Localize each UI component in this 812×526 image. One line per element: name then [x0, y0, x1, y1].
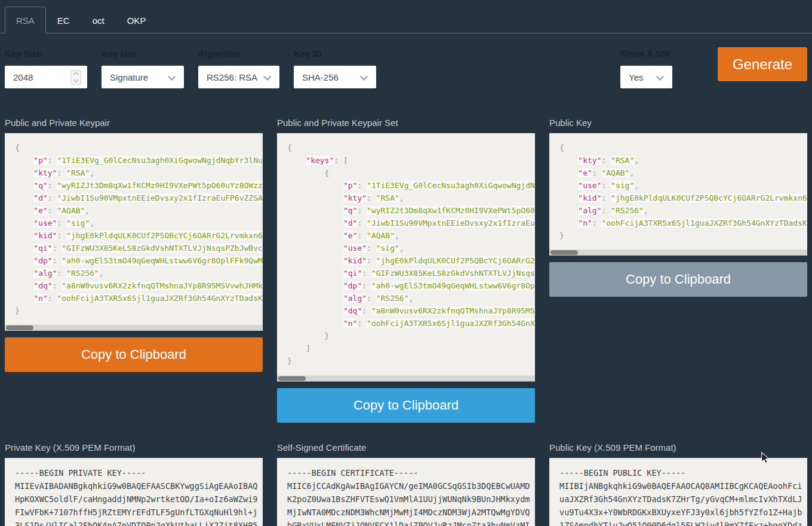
chevron-down-icon — [360, 73, 368, 81]
public-key-title: Public Key — [549, 118, 807, 128]
keypair-json-panel: { "p": "1TiE3EVg_G0lCecNsu3agh0XiGqwowNg… — [5, 133, 263, 331]
public-key-column: Public Key { "kty": "RSA", "e": "AQAB", … — [549, 118, 807, 423]
keypair-set-column: Public and Private Keypair Set { "keys":… — [277, 118, 535, 423]
keypair-json-code: { "p": "1TiE3EVg_G0lCecNsu3agh0XiGqwowNg… — [5, 133, 263, 317]
tab-ec[interactable]: EC — [46, 7, 81, 33]
copy-keypair-button[interactable]: Copy to Clipboard — [5, 337, 263, 372]
keypair-column: Public and Private Keypair { "p": "1TiE3… — [5, 118, 263, 423]
show-x509-field: Show X.509 Yes — [620, 48, 672, 88]
certificate-panel: -----BEGIN CERTIFICATE----- MIIC6jCCAdKg… — [277, 458, 535, 526]
tab-oct[interactable]: oct — [81, 7, 116, 33]
key-use-label: Key Use — [102, 48, 184, 59]
key-id-label: Key ID — [294, 48, 376, 59]
public-key-json-code: { "kty": "RSA", "e": "AQAB", "use": "sig… — [549, 133, 807, 242]
show-x509-label: Show X.509 — [620, 48, 672, 59]
certificate-title: Self-Signed Certificate — [277, 442, 535, 453]
keypair-set-json-code: { "keys": [ { "p": "1TiE3EVg_G0lCecNsu3a… — [277, 133, 535, 367]
horizontal-scrollbar[interactable] — [549, 250, 807, 256]
keypair-set-json-panel: { "keys": [ { "p": "1TiE3EVg_G0lCecNsu3a… — [277, 133, 535, 382]
tab-rsa[interactable]: RSA — [5, 7, 46, 33]
copy-public-key-button[interactable]: Copy to Clipboard — [549, 262, 807, 297]
private-pem-text: -----BEGIN PRIVATE KEY----- MIIEvAIBADAN… — [5, 458, 263, 526]
scrollbar-thumb[interactable] — [6, 325, 33, 330]
algorithm-label: Algorithm — [198, 48, 279, 59]
key-use-value: Signature — [110, 72, 148, 82]
key-size-field: Key Size — [5, 48, 87, 88]
chevron-down-icon — [656, 73, 664, 81]
show-x509-select[interactable]: Yes — [620, 66, 672, 88]
key-use-select[interactable]: Signature — [102, 66, 184, 88]
key-use-field: Key Use Signature — [102, 48, 184, 88]
jwk-results-row: Public and Private Keypair { "p": "1TiE3… — [0, 118, 812, 423]
horizontal-scrollbar[interactable] — [277, 376, 535, 382]
chevron-down-icon — [168, 73, 176, 81]
chevron-down-icon — [263, 73, 271, 81]
pem-results-row: Private Key (X.509 PEM Format) -----BEGI… — [0, 442, 812, 526]
generate-button[interactable]: Generate — [718, 47, 807, 81]
public-pem-title: Public Key (X.509 PEM Format) — [549, 442, 807, 453]
public-pem-column: Public Key (X.509 PEM Format) -----BEGIN… — [549, 442, 807, 526]
horizontal-scrollbar[interactable] — [5, 325, 263, 331]
public-key-json-panel: { "kty": "RSA", "e": "AQAB", "use": "sig… — [549, 133, 807, 256]
key-id-field: Key ID SHA-256 — [294, 48, 376, 88]
algorithm-select[interactable]: RS256: RSA — [198, 66, 279, 88]
algorithm-value: RS256: RSA — [207, 72, 257, 82]
scrollbar-thumb[interactable] — [278, 376, 306, 381]
private-pem-title: Private Key (X.509 PEM Format) — [5, 442, 263, 453]
private-pem-panel: -----BEGIN PRIVATE KEY----- MIIEvAIBADAN… — [5, 458, 263, 526]
scrollbar-thumb[interactable] — [550, 250, 578, 255]
spinner-down-icon — [73, 78, 78, 82]
number-spinner[interactable] — [70, 70, 81, 85]
spinner-up-icon — [73, 72, 78, 77]
generator-form: Key Size Key Use Signature Algorithm RS2… — [0, 33, 812, 100]
public-pem-text: -----BEGIN PUBLIC KEY----- MIIBIjANBgkqh… — [549, 458, 807, 526]
keypair-title: Public and Private Keypair — [5, 118, 263, 128]
keypair-set-title: Public and Private Keypair Set — [277, 118, 535, 128]
private-pem-column: Private Key (X.509 PEM Format) -----BEGI… — [5, 442, 263, 526]
key-size-input[interactable] — [13, 72, 67, 82]
algorithm-field: Algorithm RS256: RSA — [198, 48, 279, 88]
show-x509-value: Yes — [629, 72, 643, 82]
copy-keypair-set-button[interactable]: Copy to Clipboard — [277, 388, 535, 423]
public-pem-panel: -----BEGIN PUBLIC KEY----- MIIBIjANBgkqh… — [549, 458, 807, 526]
certificate-text: -----BEGIN CERTIFICATE----- MIIC6jCCAdKg… — [277, 458, 535, 526]
key-id-select[interactable]: SHA-256 — [294, 66, 376, 88]
key-id-value: SHA-256 — [302, 72, 339, 82]
tab-okp[interactable]: OKP — [116, 7, 158, 33]
key-size-label: Key Size — [5, 48, 87, 59]
key-size-control — [5, 66, 87, 88]
certificate-column: Self-Signed Certificate -----BEGIN CERTI… — [277, 442, 535, 526]
key-type-tabbar: RSA EC oct OKP — [0, 0, 812, 33]
